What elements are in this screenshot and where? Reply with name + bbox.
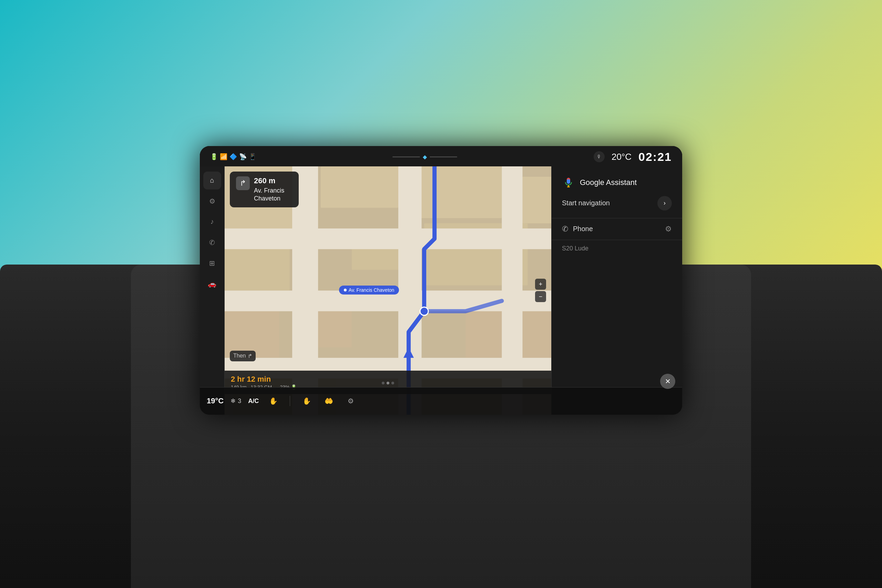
- main-content: ⌂ ⚙ ♪ ✆ ⊞ 🚗: [200, 166, 682, 415]
- status-icons: 🔋 📶 🔷 📡 📱: [210, 153, 256, 160]
- infotainment-screen: 🔋 📶 🔷 📡 📱 ◆ 🎙 20°C 02:21 ⌂ ⚙ ♪ ✆ ⊞: [200, 146, 682, 415]
- svg-rect-3: [409, 166, 502, 218]
- sidebar-item-car[interactable]: 🚗: [203, 275, 221, 293]
- nav-instruction-wrapper: ↱ 260 m Av. FrancisChaveton: [236, 176, 292, 203]
- partial-text: S20 Lude: [562, 245, 588, 252]
- svg-point-19: [420, 307, 428, 315]
- bluetooth-icon: 🔷: [230, 153, 237, 160]
- status-left: 🔋 📶 🔷 📡 📱: [210, 153, 256, 160]
- turn-icon: ↱: [236, 176, 250, 190]
- then-box: Then ↱: [230, 351, 256, 362]
- street-label-overlay: Av. Francis Chaveton: [339, 285, 399, 294]
- svg-rect-2: [321, 166, 398, 208]
- fan-level: 3: [238, 398, 241, 405]
- phone-row: ✆ Phone: [562, 225, 593, 234]
- fan-icon: ❄: [231, 397, 236, 405]
- phone-icon: ✆: [562, 225, 568, 234]
- right-panel: Google Assistant Start navigation › ✆ Ph…: [551, 166, 682, 415]
- partial-row: S20 Lude: [552, 240, 682, 257]
- battery-icon: 🔋: [210, 153, 218, 160]
- wifi-icon: 📡: [239, 153, 247, 160]
- nav-text: 260 m Av. FrancisChaveton: [254, 176, 292, 203]
- then-label: Then: [233, 353, 246, 359]
- status-right: 🎙 20°C 02:21: [594, 150, 672, 164]
- climate-heat-seat-button[interactable]: ✋: [299, 393, 314, 408]
- start-navigation-text: Start navigation: [562, 199, 610, 207]
- assistant-header: Google Assistant: [562, 176, 672, 189]
- street-label-text: Av. Francis Chaveton: [349, 287, 394, 293]
- climate-bar: 19°C ❄ 3 A/C ✋ ✋ 🤲 ⚙: [200, 387, 682, 415]
- eta-duration: 2 hr 12 min: [231, 375, 297, 384]
- center-bar: ◆: [392, 154, 457, 160]
- page-dots: [382, 382, 394, 384]
- phone-status-icon: 📱: [249, 153, 256, 160]
- center-line-left: [392, 156, 420, 158]
- climate-temperature: 19°C: [207, 396, 224, 405]
- street-pin-icon: [344, 289, 346, 291]
- dot-1: [382, 382, 384, 384]
- close-button[interactable]: ✕: [660, 374, 675, 389]
- nav-street: Av. FrancisChaveton: [254, 187, 292, 203]
- nav-distance: 260 m: [254, 176, 292, 185]
- signal-icon: 📶: [220, 153, 227, 160]
- temperature-display: 20°C: [612, 152, 632, 162]
- center-diamond: ◆: [423, 154, 427, 160]
- climate-extra-button[interactable]: ⚙: [343, 393, 358, 408]
- zoom-controls: + −: [535, 279, 546, 302]
- then-direction-icon: ↱: [248, 353, 252, 359]
- start-nav-row: Start navigation ›: [562, 196, 672, 210]
- sidebar: ⌂ ⚙ ♪ ✆ ⊞ 🚗: [200, 166, 225, 415]
- center-line-right: [430, 156, 457, 158]
- sidebar-item-home[interactable]: ⌂: [203, 171, 221, 189]
- climate-divider: [290, 396, 290, 406]
- assistant-title: Google Assistant: [580, 178, 637, 187]
- climate-fan: ❄ 3: [231, 397, 241, 405]
- sidebar-item-settings[interactable]: ⚙: [203, 192, 221, 210]
- climate-steering-button[interactable]: 🤲: [321, 393, 336, 408]
- dot-3: [392, 382, 394, 384]
- climate-heat-left-button[interactable]: ✋: [266, 393, 281, 408]
- zoom-out-button[interactable]: −: [535, 291, 546, 302]
- zoom-in-button[interactable]: +: [535, 279, 546, 290]
- phone-settings-icon[interactable]: ⚙: [665, 225, 672, 234]
- dot-2: [387, 382, 389, 384]
- ac-button[interactable]: A/C: [248, 398, 259, 405]
- phone-label: Phone: [573, 225, 593, 233]
- sidebar-item-music[interactable]: ♪: [203, 213, 221, 231]
- assistant-section: Google Assistant Start navigation ›: [552, 166, 682, 218]
- sidebar-item-apps[interactable]: ⊞: [203, 254, 221, 272]
- google-assistant-icon: [562, 176, 575, 189]
- map-container[interactable]: ↱ 260 m Av. FrancisChaveton Then ↱ Av. F…: [225, 166, 551, 415]
- nav-instruction-box: ↱ 260 m Av. FrancisChaveton: [230, 171, 299, 208]
- status-bar: 🔋 📶 🔷 📡 📱 ◆ 🎙 20°C 02:21: [200, 146, 682, 166]
- phone-section: ✆ Phone ⚙: [552, 218, 682, 240]
- sidebar-item-phone[interactable]: ✆: [203, 234, 221, 252]
- mic-icon[interactable]: 🎙: [594, 151, 604, 162]
- time-display: 02:21: [638, 150, 672, 164]
- start-nav-chevron-button[interactable]: ›: [657, 196, 672, 210]
